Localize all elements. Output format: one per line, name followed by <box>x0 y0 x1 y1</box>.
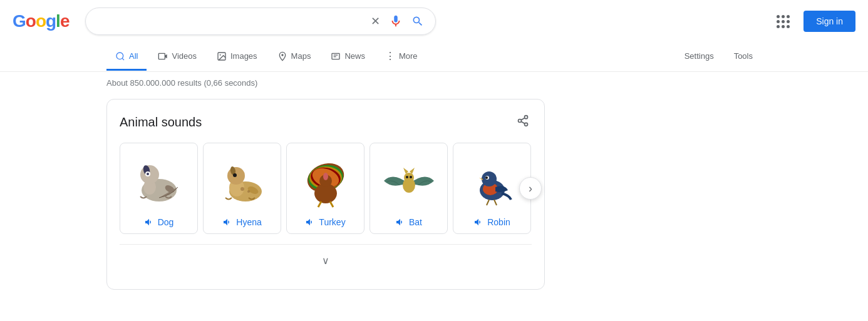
google-logo[interactable]: Google <box>13 11 69 31</box>
animal-card-dog[interactable]: Dog <box>120 143 198 234</box>
mic-icon <box>389 14 403 28</box>
tab-videos[interactable]: Videos <box>149 44 205 71</box>
tab-more-label: More <box>399 51 418 61</box>
videos-icon <box>158 51 168 61</box>
turkey-label: Turkey <box>305 217 345 227</box>
animal-card-hyena[interactable]: Hyena <box>203 143 281 234</box>
tab-images-label: Images <box>230 51 257 61</box>
nav-bar: All Videos Images Maps News ⋮ More Setti… <box>0 43 868 72</box>
logo-o2: o <box>36 11 46 31</box>
logo-g2: g <box>46 11 56 31</box>
svg-line-53 <box>494 200 497 205</box>
images-icon <box>217 51 227 61</box>
dog-image <box>131 150 187 212</box>
next-arrow-icon: › <box>529 182 532 195</box>
bat-label: Bat <box>395 217 422 227</box>
svg-point-37 <box>323 173 328 180</box>
tab-maps[interactable]: Maps <box>269 44 320 71</box>
svg-point-51 <box>485 176 488 179</box>
sound-icon-bat <box>395 217 405 227</box>
sound-icon-dog <box>144 217 154 227</box>
expand-icon: ∨ <box>322 255 329 267</box>
search-input[interactable]: What sound does a dog make <box>96 16 363 27</box>
logo-l: l <box>56 11 60 31</box>
svg-point-28 <box>240 187 244 191</box>
svg-line-1 <box>122 58 124 60</box>
turkey-name: Turkey <box>319 217 345 227</box>
logo-e: e <box>60 11 70 31</box>
search-bar: What sound does a dog make ✕ <box>85 8 436 35</box>
nav-right: Settings Tools <box>676 44 762 70</box>
logo-g: G <box>13 11 26 31</box>
bat-image <box>381 150 437 212</box>
tab-all[interactable]: All <box>106 44 147 71</box>
header: Google What sound does a dog make ✕ <box>0 0 868 43</box>
share-button[interactable] <box>514 112 532 133</box>
all-icon <box>115 51 125 61</box>
dog-label: Dog <box>144 217 174 227</box>
tools-label: Tools <box>734 51 753 61</box>
tools-link[interactable]: Tools <box>725 44 762 70</box>
svg-line-13 <box>521 121 525 123</box>
svg-rect-2 <box>159 53 165 59</box>
search-icon <box>411 15 424 28</box>
svg-point-48 <box>482 171 497 186</box>
robin-label: Robin <box>473 217 510 227</box>
svg-point-20 <box>147 173 149 175</box>
svg-point-44 <box>406 176 408 178</box>
search-icons: ✕ <box>369 13 425 29</box>
search-button[interactable] <box>410 14 425 29</box>
more-icon: ⋮ <box>385 50 395 62</box>
tab-all-label: All <box>129 51 138 61</box>
clear-button[interactable]: ✕ <box>369 13 381 29</box>
svg-point-11 <box>519 120 522 123</box>
sound-icon-turkey <box>305 217 315 227</box>
card-header: Animal sounds <box>120 112 532 133</box>
animals-container: Dog <box>120 143 532 234</box>
animal-card-turkey[interactable]: Turkey <box>286 143 364 234</box>
svg-point-41 <box>404 173 414 183</box>
settings-link[interactable]: Settings <box>676 44 723 70</box>
svg-point-5 <box>220 54 221 55</box>
dog-name: Dog <box>158 217 174 227</box>
turkey-image <box>297 150 354 212</box>
apps-grid-icon <box>773 11 793 32</box>
news-icon <box>331 51 341 61</box>
apps-button[interactable] <box>772 10 795 33</box>
hyena-label: Hyena <box>222 217 261 227</box>
tab-news[interactable]: News <box>322 44 374 71</box>
svg-point-29 <box>247 190 250 193</box>
hyena-image <box>214 150 271 212</box>
logo-o1: o <box>26 11 36 31</box>
tab-images[interactable]: Images <box>208 44 266 71</box>
tab-videos-label: Videos <box>172 51 197 61</box>
voice-search-button[interactable] <box>388 13 404 29</box>
sound-icon-hyena <box>222 217 232 227</box>
svg-line-14 <box>521 118 525 120</box>
svg-point-10 <box>525 116 528 119</box>
results-summary: About 850.000.000 results (0,66 seconds) <box>106 78 257 88</box>
animals-row: Dog <box>120 143 532 234</box>
tab-maps-label: Maps <box>291 51 311 61</box>
bat-name: Bat <box>409 217 422 227</box>
maps-icon <box>277 51 287 61</box>
robin-image <box>464 150 520 212</box>
tab-more[interactable]: ⋮ More <box>376 43 426 71</box>
svg-point-12 <box>525 123 528 126</box>
sound-icon-robin <box>473 217 483 227</box>
animal-sounds-card: Animal sounds <box>106 99 545 290</box>
share-icon <box>517 115 529 127</box>
sign-in-button[interactable]: Sign in <box>803 11 855 32</box>
svg-point-0 <box>116 53 123 59</box>
clear-icon: ✕ <box>371 14 380 28</box>
settings-label: Settings <box>685 51 714 61</box>
svg-point-6 <box>281 54 283 56</box>
svg-point-45 <box>410 176 412 178</box>
expand-row[interactable]: ∨ <box>120 244 532 277</box>
svg-line-39 <box>330 201 333 207</box>
next-arrow-button[interactable]: › <box>519 177 542 200</box>
results-info: About 850.000.000 results (0,66 seconds) <box>0 72 868 94</box>
svg-line-38 <box>318 201 321 207</box>
animal-card-bat[interactable]: Bat <box>369 143 448 234</box>
svg-point-26 <box>233 173 237 177</box>
